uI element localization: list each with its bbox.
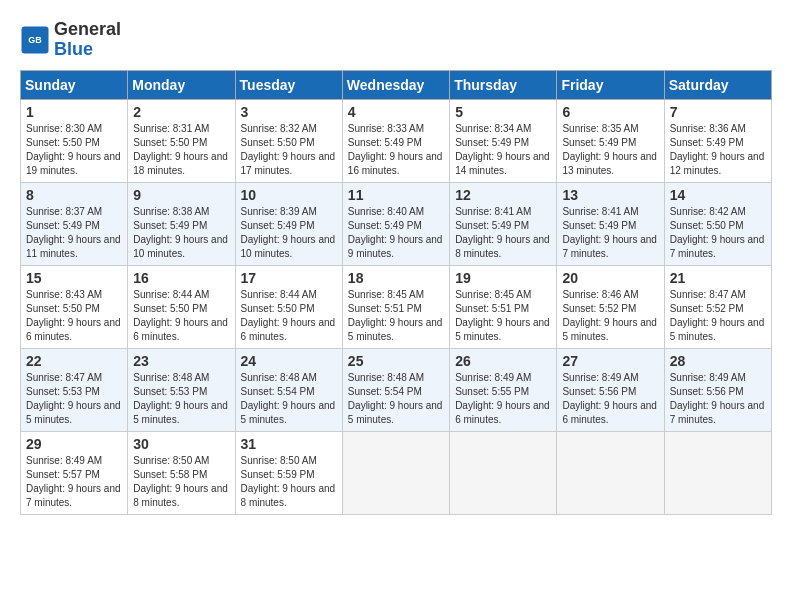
day-number: 24 [241,353,337,369]
day-info: Sunrise: 8:33 AMSunset: 5:49 PMDaylight:… [348,123,443,176]
day-number: 23 [133,353,229,369]
day-info: Sunrise: 8:31 AMSunset: 5:50 PMDaylight:… [133,123,228,176]
day-number: 31 [241,436,337,452]
calendar-cell: 27 Sunrise: 8:49 AMSunset: 5:56 PMDaylig… [557,348,664,431]
calendar-cell: 17 Sunrise: 8:44 AMSunset: 5:50 PMDaylig… [235,265,342,348]
day-number: 30 [133,436,229,452]
calendar-cell: 1 Sunrise: 8:30 AMSunset: 5:50 PMDayligh… [21,99,128,182]
calendar-cell [342,431,449,514]
day-info: Sunrise: 8:50 AMSunset: 5:58 PMDaylight:… [133,455,228,508]
day-info: Sunrise: 8:48 AMSunset: 5:54 PMDaylight:… [348,372,443,425]
calendar-cell: 29 Sunrise: 8:49 AMSunset: 5:57 PMDaylig… [21,431,128,514]
day-number: 7 [670,104,766,120]
calendar-cell: 4 Sunrise: 8:33 AMSunset: 5:49 PMDayligh… [342,99,449,182]
day-info: Sunrise: 8:49 AMSunset: 5:56 PMDaylight:… [562,372,657,425]
calendar-cell: 22 Sunrise: 8:47 AMSunset: 5:53 PMDaylig… [21,348,128,431]
calendar-cell: 9 Sunrise: 8:38 AMSunset: 5:49 PMDayligh… [128,182,235,265]
day-number: 6 [562,104,658,120]
day-info: Sunrise: 8:50 AMSunset: 5:59 PMDaylight:… [241,455,336,508]
day-number: 1 [26,104,122,120]
calendar-cell: 25 Sunrise: 8:48 AMSunset: 5:54 PMDaylig… [342,348,449,431]
day-number: 27 [562,353,658,369]
calendar-cell: 13 Sunrise: 8:41 AMSunset: 5:49 PMDaylig… [557,182,664,265]
day-number: 21 [670,270,766,286]
weekday-header-wednesday: Wednesday [342,70,449,99]
weekday-header-tuesday: Tuesday [235,70,342,99]
day-number: 18 [348,270,444,286]
day-info: Sunrise: 8:46 AMSunset: 5:52 PMDaylight:… [562,289,657,342]
day-info: Sunrise: 8:32 AMSunset: 5:50 PMDaylight:… [241,123,336,176]
day-number: 25 [348,353,444,369]
day-number: 26 [455,353,551,369]
day-info: Sunrise: 8:49 AMSunset: 5:55 PMDaylight:… [455,372,550,425]
calendar-cell: 2 Sunrise: 8:31 AMSunset: 5:50 PMDayligh… [128,99,235,182]
calendar-cell: 28 Sunrise: 8:49 AMSunset: 5:56 PMDaylig… [664,348,771,431]
calendar-cell: 30 Sunrise: 8:50 AMSunset: 5:58 PMDaylig… [128,431,235,514]
calendar-cell: 15 Sunrise: 8:43 AMSunset: 5:50 PMDaylig… [21,265,128,348]
weekday-header-sunday: Sunday [21,70,128,99]
page-header: GB General Blue [20,20,772,60]
day-number: 4 [348,104,444,120]
calendar-cell: 7 Sunrise: 8:36 AMSunset: 5:49 PMDayligh… [664,99,771,182]
calendar-cell: 20 Sunrise: 8:46 AMSunset: 5:52 PMDaylig… [557,265,664,348]
day-info: Sunrise: 8:48 AMSunset: 5:53 PMDaylight:… [133,372,228,425]
day-number: 5 [455,104,551,120]
day-number: 14 [670,187,766,203]
day-info: Sunrise: 8:44 AMSunset: 5:50 PMDaylight:… [241,289,336,342]
calendar-cell: 21 Sunrise: 8:47 AMSunset: 5:52 PMDaylig… [664,265,771,348]
day-info: Sunrise: 8:49 AMSunset: 5:57 PMDaylight:… [26,455,121,508]
day-number: 12 [455,187,551,203]
calendar-cell [664,431,771,514]
day-number: 2 [133,104,229,120]
day-number: 9 [133,187,229,203]
calendar-cell: 16 Sunrise: 8:44 AMSunset: 5:50 PMDaylig… [128,265,235,348]
day-number: 16 [133,270,229,286]
calendar-cell [450,431,557,514]
calendar-cell: 5 Sunrise: 8:34 AMSunset: 5:49 PMDayligh… [450,99,557,182]
day-info: Sunrise: 8:49 AMSunset: 5:56 PMDaylight:… [670,372,765,425]
calendar-cell: 23 Sunrise: 8:48 AMSunset: 5:53 PMDaylig… [128,348,235,431]
calendar-cell: 18 Sunrise: 8:45 AMSunset: 5:51 PMDaylig… [342,265,449,348]
day-info: Sunrise: 8:38 AMSunset: 5:49 PMDaylight:… [133,206,228,259]
calendar-cell: 6 Sunrise: 8:35 AMSunset: 5:49 PMDayligh… [557,99,664,182]
day-info: Sunrise: 8:37 AMSunset: 5:49 PMDaylight:… [26,206,121,259]
calendar-cell: 26 Sunrise: 8:49 AMSunset: 5:55 PMDaylig… [450,348,557,431]
weekday-header-thursday: Thursday [450,70,557,99]
day-number: 17 [241,270,337,286]
day-info: Sunrise: 8:45 AMSunset: 5:51 PMDaylight:… [348,289,443,342]
day-number: 28 [670,353,766,369]
weekday-header-friday: Friday [557,70,664,99]
calendar-table: SundayMondayTuesdayWednesdayThursdayFrid… [20,70,772,515]
day-info: Sunrise: 8:39 AMSunset: 5:49 PMDaylight:… [241,206,336,259]
day-number: 13 [562,187,658,203]
day-number: 11 [348,187,444,203]
day-info: Sunrise: 8:42 AMSunset: 5:50 PMDaylight:… [670,206,765,259]
calendar-cell: 24 Sunrise: 8:48 AMSunset: 5:54 PMDaylig… [235,348,342,431]
calendar-cell: 10 Sunrise: 8:39 AMSunset: 5:49 PMDaylig… [235,182,342,265]
day-info: Sunrise: 8:45 AMSunset: 5:51 PMDaylight:… [455,289,550,342]
day-info: Sunrise: 8:47 AMSunset: 5:52 PMDaylight:… [670,289,765,342]
logo-text: General Blue [54,20,121,60]
logo: GB General Blue [20,20,121,60]
calendar-cell: 12 Sunrise: 8:41 AMSunset: 5:49 PMDaylig… [450,182,557,265]
weekday-header-monday: Monday [128,70,235,99]
day-number: 19 [455,270,551,286]
day-number: 8 [26,187,122,203]
day-info: Sunrise: 8:35 AMSunset: 5:49 PMDaylight:… [562,123,657,176]
logo-icon: GB [20,25,50,55]
day-info: Sunrise: 8:48 AMSunset: 5:54 PMDaylight:… [241,372,336,425]
day-number: 10 [241,187,337,203]
day-number: 15 [26,270,122,286]
calendar-cell: 14 Sunrise: 8:42 AMSunset: 5:50 PMDaylig… [664,182,771,265]
calendar-cell: 3 Sunrise: 8:32 AMSunset: 5:50 PMDayligh… [235,99,342,182]
day-number: 29 [26,436,122,452]
day-info: Sunrise: 8:41 AMSunset: 5:49 PMDaylight:… [562,206,657,259]
svg-text:GB: GB [28,35,42,45]
calendar-cell: 31 Sunrise: 8:50 AMSunset: 5:59 PMDaylig… [235,431,342,514]
day-info: Sunrise: 8:41 AMSunset: 5:49 PMDaylight:… [455,206,550,259]
day-info: Sunrise: 8:47 AMSunset: 5:53 PMDaylight:… [26,372,121,425]
calendar-cell: 19 Sunrise: 8:45 AMSunset: 5:51 PMDaylig… [450,265,557,348]
day-info: Sunrise: 8:36 AMSunset: 5:49 PMDaylight:… [670,123,765,176]
weekday-header-saturday: Saturday [664,70,771,99]
day-number: 22 [26,353,122,369]
